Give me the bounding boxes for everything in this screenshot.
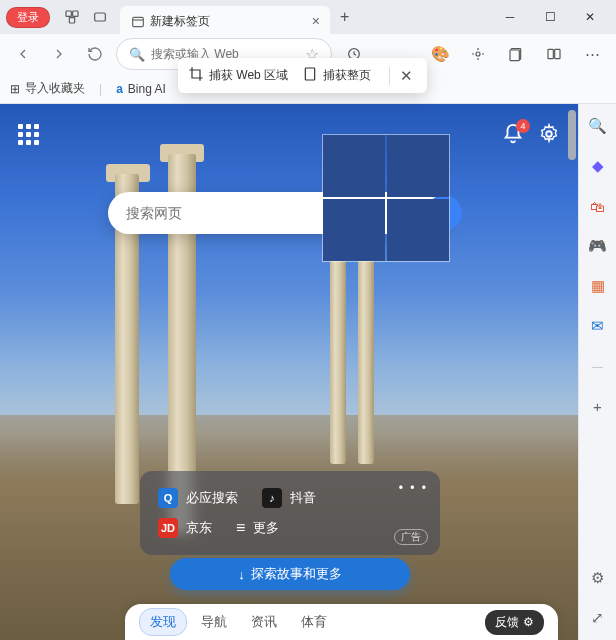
capture-close-button[interactable]: ✕ bbox=[389, 67, 417, 85]
bing-search-icon: Q bbox=[158, 488, 178, 508]
sidebar-add-button[interactable]: + bbox=[588, 396, 608, 416]
window-maximize-button[interactable]: ☐ bbox=[530, 3, 570, 31]
feed-tabs: 发现 导航 资讯 体育 反馈 ⚙ bbox=[125, 604, 558, 640]
refresh-button[interactable] bbox=[80, 39, 110, 69]
divider: | bbox=[99, 82, 102, 96]
tab-sports[interactable]: 体育 bbox=[291, 609, 337, 635]
tile bbox=[387, 135, 449, 197]
sidebar-shopping-icon[interactable]: ◆ bbox=[588, 156, 608, 176]
svg-point-6 bbox=[476, 52, 480, 56]
notification-badge: 4 bbox=[516, 119, 530, 133]
page-content: 4 • • • Q 必应搜索 ♪ 抖音 JD 京东 bbox=[0, 104, 578, 640]
quicklink-label: 抖音 bbox=[290, 489, 316, 507]
tile bbox=[323, 135, 385, 197]
sidebar-divider: ─ bbox=[588, 356, 608, 376]
screenshot-menu: 捕获 Web 区域 捕获整页 ✕ bbox=[178, 58, 427, 93]
svg-rect-8 bbox=[510, 50, 519, 61]
collections-icon[interactable] bbox=[500, 38, 532, 70]
svg-rect-3 bbox=[95, 13, 106, 21]
capture-full-label: 捕获整页 bbox=[323, 67, 371, 84]
tile bbox=[323, 199, 385, 261]
svg-rect-11 bbox=[305, 68, 314, 80]
quicklink-label: 京东 bbox=[186, 519, 212, 537]
windows-tiles-overlay bbox=[322, 134, 450, 262]
sidebar-tools-icon[interactable]: 🛍 bbox=[588, 196, 608, 216]
split-screen-icon[interactable] bbox=[538, 38, 570, 70]
edge-sidebar: 🔍 ◆ 🛍 🎮 ▦ ✉ ─ + ⚙ ⤢ bbox=[578, 104, 616, 640]
bing-icon: a bbox=[116, 82, 123, 96]
new-tab-button[interactable]: + bbox=[340, 8, 349, 26]
sidebar-search-icon[interactable]: 🔍 bbox=[588, 116, 608, 136]
scrollbar-thumb[interactable] bbox=[568, 110, 576, 160]
quicklink-more[interactable]: ≡ 更多 bbox=[236, 519, 279, 537]
login-button[interactable]: 登录 bbox=[6, 7, 50, 28]
sidebar-settings-icon[interactable]: ⚙ bbox=[588, 568, 608, 588]
import-icon: ⊞ bbox=[10, 82, 20, 96]
link-icon: ⚙ bbox=[523, 615, 534, 629]
browser-tab[interactable]: 新建标签页 × bbox=[120, 6, 330, 36]
quicklink-jd[interactable]: JD 京东 bbox=[158, 518, 212, 538]
svg-rect-2 bbox=[69, 18, 74, 23]
explore-label: 探索故事和更多 bbox=[251, 565, 342, 583]
quicklink-bing[interactable]: Q 必应搜索 bbox=[158, 488, 238, 508]
tile bbox=[387, 199, 449, 261]
explore-button[interactable]: ↓ 探索故事和更多 bbox=[170, 558, 410, 590]
capture-fullpage-button[interactable]: 捕获整页 bbox=[302, 66, 371, 85]
window-minimize-button[interactable]: ─ bbox=[490, 3, 530, 31]
forward-button[interactable] bbox=[44, 39, 74, 69]
sidebar-expand-icon[interactable]: ⤢ bbox=[588, 608, 608, 628]
capture-area-button[interactable]: 捕获 Web 区域 bbox=[188, 66, 288, 85]
crop-icon bbox=[188, 66, 204, 85]
extensions-icon[interactable] bbox=[462, 38, 494, 70]
import-favorites-button[interactable]: ⊞ 导入收藏夹 bbox=[10, 80, 85, 97]
ad-badge: 广告 bbox=[394, 529, 428, 545]
menu-button[interactable]: ⋯ bbox=[576, 38, 608, 70]
feedback-button[interactable]: 反馈 ⚙ bbox=[485, 610, 544, 635]
svg-rect-4 bbox=[133, 17, 144, 26]
ntp-header: 4 bbox=[0, 114, 578, 158]
tab-close-button[interactable]: × bbox=[312, 13, 320, 29]
arrow-down-icon: ↓ bbox=[238, 567, 245, 582]
settings-button[interactable] bbox=[538, 123, 560, 150]
douyin-icon: ♪ bbox=[262, 488, 282, 508]
quicklinks-panel: • • • Q 必应搜索 ♪ 抖音 JD 京东 ≡ 更多 广告 bbox=[140, 471, 440, 555]
app-launcher-icon[interactable] bbox=[18, 124, 42, 148]
sidebar-outlook-icon[interactable]: ✉ bbox=[588, 316, 608, 336]
workspaces-icon[interactable] bbox=[58, 3, 86, 31]
sidebar-games-icon[interactable]: 🎮 bbox=[588, 236, 608, 256]
capture-area-label: 捕获 Web 区域 bbox=[209, 67, 288, 84]
window-close-button[interactable]: ✕ bbox=[570, 3, 610, 31]
tab-discover[interactable]: 发现 bbox=[139, 608, 187, 636]
copilot-icon[interactable]: 🎨 bbox=[424, 38, 456, 70]
svg-rect-0 bbox=[66, 11, 71, 16]
tab-navigation[interactable]: 导航 bbox=[191, 609, 237, 635]
import-label: 导入收藏夹 bbox=[25, 80, 85, 97]
svg-rect-1 bbox=[73, 11, 78, 16]
tab-news[interactable]: 资讯 bbox=[241, 609, 287, 635]
bookmark-label: Bing AI bbox=[128, 82, 166, 96]
search-icon: 🔍 bbox=[129, 47, 145, 62]
tab-title: 新建标签页 bbox=[150, 13, 292, 30]
quicklink-label: 更多 bbox=[253, 519, 279, 537]
svg-rect-9 bbox=[548, 49, 553, 58]
quicklink-douyin[interactable]: ♪ 抖音 bbox=[262, 488, 316, 508]
jd-icon: JD bbox=[158, 518, 178, 538]
back-button[interactable] bbox=[8, 39, 38, 69]
feedback-label: 反馈 bbox=[495, 614, 519, 631]
tab-actions-icon[interactable] bbox=[86, 3, 114, 31]
tab-favicon-icon bbox=[130, 14, 144, 28]
page-icon bbox=[302, 66, 318, 85]
notifications-button[interactable]: 4 bbox=[502, 123, 524, 150]
svg-point-12 bbox=[546, 131, 552, 137]
quicklink-label: 必应搜索 bbox=[186, 489, 238, 507]
svg-rect-10 bbox=[555, 49, 560, 58]
quicklinks-menu-button[interactable]: • • • bbox=[399, 481, 428, 495]
sidebar-office-icon[interactable]: ▦ bbox=[588, 276, 608, 296]
window-titlebar: 登录 新建标签页 × + ─ ☐ ✕ bbox=[0, 0, 616, 34]
bookmark-bing-ai[interactable]: a Bing AI bbox=[116, 82, 166, 96]
more-icon: ≡ bbox=[236, 519, 245, 537]
